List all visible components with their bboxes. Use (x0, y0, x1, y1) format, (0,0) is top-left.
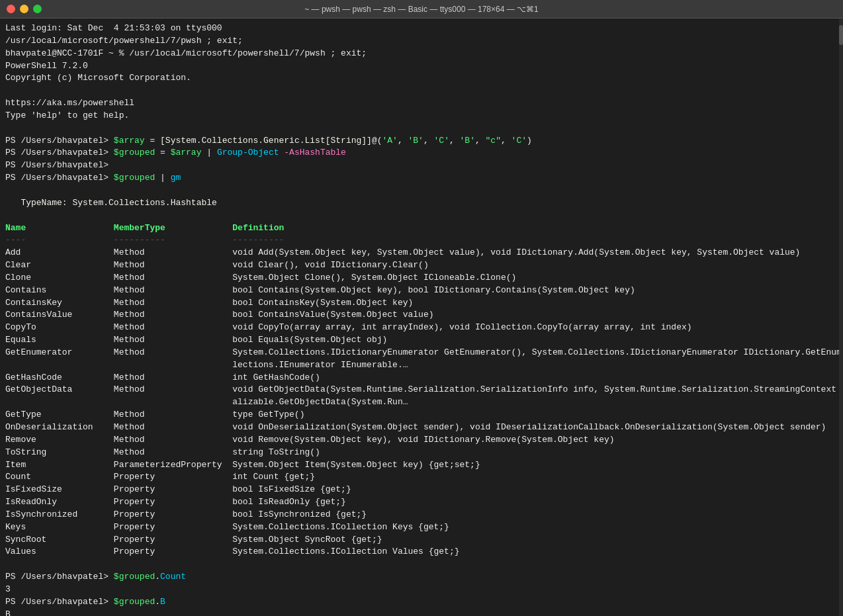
terminal-body[interactable]: Last login: Sat Dec 4 21:53:03 on ttys00… (0, 19, 843, 616)
terminal-line: CopyTo Method void CopyTo(array array, i… (5, 322, 838, 334)
terminal-line: alizable.GetObjectData(System.Run… (5, 396, 838, 409)
terminal-line: IsReadOnly Property bool IsReadOnly {get… (5, 496, 838, 509)
terminal-line: PS /Users/bhavpatel> $array = [System.Co… (5, 135, 838, 148)
terminal-line: Copyright (c) Microsoft Corporation. (5, 72, 838, 85)
table-header-row: Name MemberType Definition (5, 222, 838, 235)
terminal-line: GetObjectData Method void GetObjectData(… (5, 384, 838, 396)
close-button[interactable] (7, 5, 15, 13)
terminal-line: TypeName: System.Collections.Hashtable (5, 197, 838, 210)
terminal-line: Clone Method System.Object Clone(), Syst… (5, 272, 838, 285)
scrollbar[interactable] (839, 19, 843, 616)
terminal-line: GetHashCode Method int GetHashCode() (5, 372, 838, 384)
terminal-line: GetEnumerator Method System.Collections.… (5, 347, 838, 359)
terminal-line: https://aka.ms/powershell (5, 97, 838, 110)
terminal-line: IsFixedSize Property bool IsFixedSize {g… (5, 484, 838, 496)
terminal-line: IsSynchronized Property bool IsSynchroni… (5, 509, 838, 521)
terminal-line: ---- ---------- ---------- (5, 234, 838, 247)
terminal-line: lections.IEnumerator IEnumerable.… (5, 359, 838, 372)
terminal-line: PS /Users/bhavpatel> $grouped.Count (5, 571, 838, 584)
terminal-line (5, 122, 838, 135)
terminal-line: PowerShell 7.2.0 (5, 60, 838, 73)
terminal-line: GetType Method type GetType() (5, 409, 838, 421)
terminal-line: /usr/local/microsoft/powershell/7/pwsh ;… (5, 35, 838, 48)
scrollbar-thumb[interactable] (839, 25, 843, 45)
terminal-line: bhavpatel@NCC-1701F ~ % /usr/local/micro… (5, 48, 838, 60)
terminal-line: PS /Users/bhavpatel> $grouped.B (5, 596, 838, 609)
terminal-line: PS /Users/bhavpatel> $grouped | gm (5, 172, 838, 185)
terminal-line: Count Property int Count {get;} (5, 471, 838, 484)
terminal-line: ContainsValue Method bool ContainsValue(… (5, 309, 838, 322)
terminal-line: Add Method void Add(System.Object key, S… (5, 247, 838, 259)
terminal-line: 3 (5, 584, 838, 596)
terminal-line: Values Property System.Collections.IColl… (5, 546, 838, 558)
terminal-line (5, 185, 838, 197)
window-title: ~ — pwsh — pwsh — zsh — Basic — ttys000 … (304, 5, 538, 14)
terminal-line (5, 210, 838, 222)
terminal-line: PS /Users/bhavpatel> $grouped = $array |… (5, 147, 838, 159)
terminal-line (5, 558, 838, 571)
terminal-line: Contains Method bool Contains(System.Obj… (5, 285, 838, 297)
window-controls[interactable] (7, 5, 42, 13)
terminal-line: Last login: Sat Dec 4 21:53:03 on ttys00… (5, 22, 838, 35)
minimize-button[interactable] (20, 5, 28, 13)
terminal-line: Clear Method void Clear(), void IDiction… (5, 259, 838, 272)
terminal-line: ToString Method string ToString() (5, 447, 838, 459)
terminal-line: SyncRoot Property System.Object SyncRoot… (5, 534, 838, 547)
terminal-line: B (5, 609, 838, 616)
terminal-line: Equals Method bool Equals(System.Object … (5, 334, 838, 347)
terminal-line: Type 'help' to get help. (5, 110, 838, 122)
maximize-button[interactable] (33, 5, 42, 13)
terminal-line: Item ParameterizedProperty System.Object… (5, 459, 838, 472)
terminal-line (5, 85, 838, 97)
terminal-line: PS /Users/bhavpatel> (5, 159, 838, 172)
terminal-line: OnDeserialization Method void OnDeserial… (5, 421, 838, 434)
terminal-line: Keys Property System.Collections.ICollec… (5, 521, 838, 534)
title-bar: ~ — pwsh — pwsh — zsh — Basic — ttys000 … (0, 0, 843, 19)
terminal-line: ContainsKey Method bool ContainsKey(Syst… (5, 297, 838, 310)
terminal-line: Remove Method void Remove(System.Object … (5, 434, 838, 447)
